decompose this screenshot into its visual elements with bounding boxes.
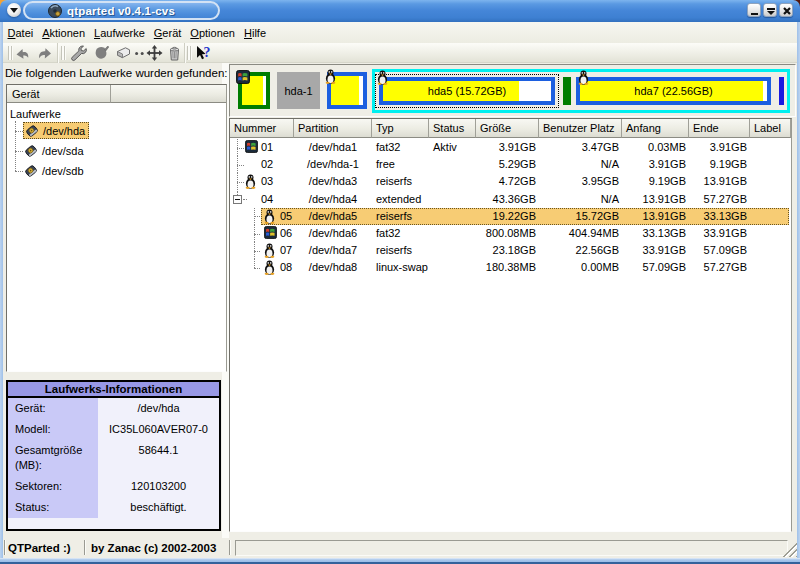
statusbar-app-text: QTParted :) (8, 542, 71, 554)
tree-line (254, 259, 255, 268)
cell-benutzer-platz: 22.56GB (539, 242, 619, 259)
free-space-sliver (263, 76, 266, 105)
menu-datei[interactable]: Datei (3, 25, 38, 41)
cell-ende: 57.27GB (689, 191, 747, 208)
column-header-status[interactable]: Status (429, 119, 476, 138)
menu-hilfe[interactable]: Hilfe (239, 25, 270, 41)
toolbar-handle[interactable] (187, 46, 192, 60)
cell-nummer: 04 (261, 191, 294, 208)
toolbar-handle[interactable] (61, 46, 66, 60)
tree-header-empty[interactable] (111, 85, 226, 103)
whats-this-button[interactable]: ? (194, 44, 213, 62)
window-menu-button[interactable] (7, 3, 21, 17)
cell-status (433, 259, 476, 276)
qtparted-window: qtparted v0.4.1-cvs DateiAktionenLaufwer… (0, 0, 800, 564)
table-row-dev-hda5[interactable]: 05/dev/hda5reiserfs19.22GB15.72GB13.91GB… (230, 208, 791, 225)
tree-expander[interactable] (233, 195, 242, 204)
table-row-dev-hda-1[interactable]: 02/dev/hda-1free5.29GBN/A3.91GB9.19GB (230, 156, 791, 173)
cell-nummer: 05 (280, 208, 294, 225)
undo-button[interactable] (14, 44, 33, 62)
tree-line (15, 131, 23, 132)
delete-button[interactable] (165, 44, 184, 62)
cell-nummer: 06 (280, 225, 294, 242)
tree-line (254, 216, 260, 217)
cell-label (750, 139, 788, 156)
cell-benutzer-platz: N/A (539, 156, 619, 173)
cell-anfang: 0.03MB (622, 139, 686, 156)
tree-line (15, 151, 23, 152)
device-tree-header[interactable]: Gerät (7, 85, 226, 103)
titlebar[interactable]: qtparted v0.4.1-cvs (0, 0, 800, 22)
menu-aktionen[interactable]: Aktionen (38, 25, 90, 41)
info-label: Sektoren: (8, 476, 98, 497)
partition-table-header[interactable]: NummerPartitionTypStatusGrößeBenutzer Pl… (230, 119, 791, 138)
column-header-partition[interactable]: Partition (294, 119, 372, 138)
tree-item-dev-sdb[interactable]: /dev/sdb (23, 162, 87, 179)
table-row-dev-hda7[interactable]: 07/dev/hda7reiserfs23.18GB22.56GB33.91GB… (230, 242, 791, 259)
menu-gert[interactable]: Gerät (149, 25, 186, 41)
statusbar-empty-panel (235, 540, 788, 556)
penguin-icon (264, 260, 275, 275)
statusbar: QTParted :) by Zanac (c) 2002-2003 (3, 538, 797, 558)
column-header-ende[interactable]: Ende (689, 119, 750, 138)
redo-button[interactable] (35, 44, 54, 62)
tree-item-dev-sda[interactable]: /dev/sda (23, 142, 87, 159)
column-header-anfang[interactable]: Anfang (622, 119, 689, 138)
column-header-nummer[interactable]: Nummer (230, 119, 294, 138)
partition-block-hda6[interactable] (563, 77, 571, 105)
column-header-benutzerplatz[interactable]: Benutzer Platz (539, 119, 622, 138)
partition-block-hda8[interactable] (779, 77, 784, 105)
device-label: /dev/sdb (42, 165, 84, 177)
info-label: Gerät: (8, 398, 98, 419)
partition-bar: hda-1 hda5 (15.72GB) hda7 (22.56GB) (229, 64, 796, 117)
info-row: Sektoren: 120103200 (8, 476, 219, 497)
cell-typ: reiserfs (376, 173, 429, 190)
partition-block-hda5[interactable]: hda5 (15.72GB) (379, 77, 555, 105)
move-button[interactable] (145, 44, 164, 62)
info-value: beschäftigt. (98, 497, 219, 518)
info-row: Gesamtgröße (MB): 58644.1 (8, 440, 219, 476)
cell-status (433, 156, 476, 173)
format-button[interactable] (92, 44, 111, 62)
tree-root-item[interactable]: Laufwerke (10, 108, 61, 120)
statusbar-left-edge (4, 540, 5, 555)
column-header-label[interactable]: Label (750, 119, 791, 138)
info-value: /dev/hda (98, 398, 219, 419)
tree-item-dev-hda[interactable]: /dev/hda (23, 122, 89, 139)
info-value: IC35L060AVER07-0 (98, 419, 219, 440)
cell-anfang: 13.91GB (622, 208, 686, 225)
table-row-dev-hda8[interactable]: 08/dev/hda8linux-swap180.38MB0.00MB57.09… (230, 259, 791, 276)
property-button[interactable] (69, 44, 88, 62)
toolbar: ? (3, 43, 797, 63)
column-header-gre[interactable]: Größe (476, 119, 539, 138)
penguin-icon (245, 174, 256, 189)
tree-header-geraet[interactable]: Gerät (7, 85, 111, 103)
penguin-icon (377, 70, 388, 85)
table-row-dev-hda3[interactable]: 03/dev/hda3reiserfs4.72GB3.95GB9.19GB13.… (230, 173, 791, 190)
cell-anfang: 57.09GB (622, 259, 686, 276)
cell-status: Aktiv (433, 139, 476, 156)
cell-groesse: 800.08MB (476, 225, 536, 242)
toolbar-handle[interactable] (8, 46, 13, 60)
table-row-dev-hda1[interactable]: 01/dev/hda1fat32Aktiv3.91GB3.47GB0.03MB3… (230, 139, 791, 156)
table-row-dev-hda4[interactable]: 04/dev/hda4extended43.36GBN/A13.91GB57.2… (230, 191, 791, 208)
menu-laufwerke[interactable]: Laufwerke (90, 25, 150, 41)
cell-partition: /dev/hda1 (294, 139, 372, 156)
partition-block-hda7[interactable]: hda7 (22.56GB) (576, 77, 771, 105)
table-row-dev-hda6[interactable]: 06/dev/hda6fat32800.08MB404.94MB33.13GB3… (230, 225, 791, 242)
cell-groesse: 5.29GB (476, 156, 536, 173)
cell-typ: extended (376, 191, 429, 208)
info-label: Modell: (8, 419, 98, 440)
partition-block-hda-1[interactable]: hda-1 (277, 72, 320, 109)
menu-optionen[interactable]: Optionen (186, 25, 240, 41)
devices-found-label: Die folgenden Laufwerke wurden gefunden: (5, 67, 228, 79)
cell-ende: 57.27GB (689, 259, 747, 276)
close-button[interactable] (779, 3, 793, 17)
cell-groesse: 3.91GB (476, 139, 536, 156)
window-border-bottom (0, 558, 800, 564)
penguin-micro-icon (377, 70, 388, 87)
tree-line (15, 121, 16, 171)
minimize-button[interactable] (747, 3, 761, 17)
column-header-typ[interactable]: Typ (372, 119, 429, 138)
maximize-button[interactable] (763, 3, 777, 17)
